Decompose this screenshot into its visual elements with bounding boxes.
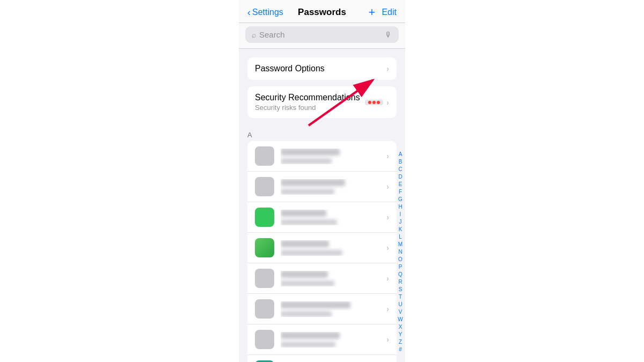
password-info — [281, 332, 386, 348]
alpha-d[interactable]: D — [397, 173, 404, 181]
blurred-subtitle — [281, 158, 332, 164]
content-scroll[interactable]: Password Options › Security Recommendati… — [239, 49, 405, 362]
item-chevron-icon: › — [386, 305, 389, 313]
chevron-left-icon: ‹ — [247, 8, 251, 17]
security-section: Security Recommendations Security risks … — [247, 86, 397, 118]
alpha-s[interactable]: S — [397, 286, 404, 293]
security-badge — [365, 100, 383, 105]
blurred-title — [281, 149, 340, 156]
password-options-title: Password Options — [255, 64, 325, 73]
alpha-w[interactable]: W — [397, 316, 404, 323]
mic-icon[interactable]: 🎙 — [385, 31, 392, 39]
security-subtitle: Security risks found — [255, 104, 365, 112]
alpha-b[interactable]: B — [397, 158, 404, 166]
password-options-content: Password Options — [255, 64, 386, 73]
phone-container: ‹ Settings Passwords + Edit ⌕ Search 🎙 P… — [239, 0, 405, 362]
alpha-u[interactable]: U — [397, 301, 404, 308]
app-icon — [255, 146, 274, 166]
alpha-t[interactable]: T — [397, 293, 404, 301]
blurred-title — [281, 240, 329, 247]
search-input[interactable]: Search — [259, 30, 382, 39]
alpha-v[interactable]: V — [397, 308, 404, 316]
item-chevron-icon: › — [386, 274, 389, 283]
password-info — [281, 179, 386, 195]
security-badge-dot — [368, 101, 371, 104]
password-options-item[interactable]: Password Options › — [247, 57, 397, 80]
security-title: Security Recommendations — [255, 93, 360, 102]
alpha-j[interactable]: J — [397, 218, 404, 226]
alpha-i[interactable]: I — [397, 211, 404, 218]
blurred-subtitle — [281, 189, 334, 195]
alpha-r[interactable]: R — [397, 278, 404, 286]
password-options-section: Password Options › — [247, 57, 397, 80]
section-label-a: A — [247, 131, 252, 139]
password-list: › › › — [247, 141, 397, 362]
blurred-subtitle — [281, 219, 337, 225]
search-bar[interactable]: ⌕ Search 🎙 — [245, 26, 399, 43]
edit-button[interactable]: Edit — [382, 8, 397, 17]
search-bar-container: ⌕ Search 🎙 — [239, 23, 405, 49]
app-icon — [255, 208, 274, 227]
alpha-k[interactable]: K — [397, 226, 404, 233]
alpha-h[interactable]: H — [397, 203, 404, 211]
alpha-m[interactable]: M — [397, 241, 404, 248]
alpha-c[interactable]: C — [397, 166, 404, 173]
blurred-title — [281, 179, 345, 186]
alpha-e[interactable]: E — [397, 181, 404, 188]
password-info — [281, 301, 386, 317]
add-password-button[interactable]: + — [369, 6, 376, 18]
password-info — [281, 149, 386, 164]
alpha-n[interactable]: N — [397, 248, 404, 256]
back-button[interactable]: ‹ Settings — [247, 8, 283, 17]
alpha-z[interactable]: Z — [397, 338, 404, 346]
security-badge-dot3 — [377, 101, 380, 104]
security-badge-dot2 — [372, 101, 376, 104]
alpha-o[interactable]: O — [397, 256, 404, 263]
blurred-title — [281, 210, 326, 217]
list-item[interactable]: › — [247, 354, 397, 362]
chevron-right-icon: › — [386, 64, 389, 73]
security-right: › — [365, 98, 389, 107]
alpha-y[interactable]: Y — [397, 331, 404, 338]
password-info — [281, 240, 386, 256]
blurred-subtitle — [281, 342, 335, 348]
alpha-l[interactable]: L — [397, 233, 404, 241]
item-chevron-icon: › — [386, 152, 389, 160]
alphabet-index[interactable]: A B C D E F G H I J K L M N O P Q R S T … — [397, 151, 404, 353]
list-item[interactable]: › — [247, 232, 397, 263]
item-chevron-icon: › — [386, 182, 389, 191]
alpha-hash[interactable]: # — [397, 346, 404, 353]
alpha-a[interactable]: A — [397, 151, 404, 158]
back-label: Settings — [252, 8, 283, 17]
list-item[interactable]: › — [247, 293, 397, 324]
item-chevron-icon: › — [386, 335, 389, 344]
search-icon: ⌕ — [252, 31, 256, 39]
section-header-a: A — [239, 127, 405, 141]
blurred-title — [281, 332, 340, 339]
alpha-f[interactable]: F — [397, 188, 404, 196]
list-item[interactable]: › — [247, 202, 397, 232]
security-recommendations-item[interactable]: Security Recommendations Security risks … — [247, 86, 397, 118]
app-icon — [255, 269, 274, 288]
alpha-x[interactable]: X — [397, 323, 404, 331]
list-item[interactable]: › — [247, 324, 397, 354]
app-icon — [255, 299, 274, 319]
item-chevron-icon: › — [386, 213, 389, 221]
list-item[interactable]: › — [247, 171, 397, 202]
alpha-p[interactable]: P — [397, 263, 404, 271]
alpha-q[interactable]: Q — [397, 271, 404, 278]
nav-bar: ‹ Settings Passwords + Edit — [239, 0, 405, 23]
blurred-subtitle — [281, 250, 342, 256]
blurred-subtitle — [281, 311, 332, 317]
password-options-right: › — [386, 64, 389, 73]
password-info — [281, 271, 386, 286]
item-chevron-icon: › — [386, 243, 389, 252]
alpha-g[interactable]: G — [397, 196, 404, 203]
security-content: Security Recommendations Security risks … — [255, 93, 365, 112]
password-info — [281, 210, 386, 225]
app-icon — [255, 177, 274, 196]
list-item[interactable]: › — [247, 141, 397, 171]
blurred-title — [281, 301, 350, 308]
list-item[interactable]: › — [247, 263, 397, 293]
app-icon — [255, 330, 274, 349]
